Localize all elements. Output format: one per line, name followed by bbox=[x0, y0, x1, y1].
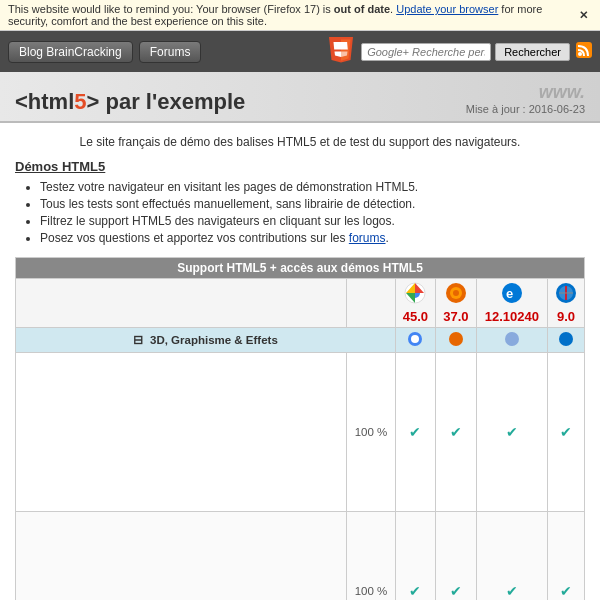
forums-button[interactable]: Forums bbox=[139, 41, 202, 63]
svg-marker-3 bbox=[341, 42, 348, 50]
chrome-browser-icon bbox=[402, 282, 430, 309]
support-table: Support HTML5 + accès aux démos HTML5 45… bbox=[15, 257, 585, 600]
safari-support-cell: ✔ bbox=[547, 353, 584, 512]
bullet-item: Posez vos questions et apportez vos cont… bbox=[40, 231, 585, 245]
www-badge: www. bbox=[466, 82, 585, 103]
table-row: 100 % ✔ ✔ ✔ ✔ bbox=[16, 512, 585, 601]
nav-bar: Blog BrainCracking Forums Rechercher bbox=[0, 31, 600, 72]
forums-link[interactable]: forums bbox=[349, 231, 386, 245]
feature-cell bbox=[16, 353, 347, 512]
edge-support-cell: ✔ bbox=[476, 512, 547, 601]
notif-text: This website would like to remind you: Y… bbox=[8, 3, 575, 27]
rss-icon[interactable] bbox=[576, 42, 592, 62]
percent-cell: 100 % bbox=[347, 353, 395, 512]
firefox-version: 37.0 bbox=[442, 309, 470, 324]
html5-logo-icon bbox=[327, 35, 355, 68]
firefox-support-cell: ✔ bbox=[436, 353, 477, 512]
search-button[interactable]: Rechercher bbox=[495, 43, 570, 61]
update-info: Mise à jour : 2016-06-23 bbox=[466, 103, 585, 115]
chrome-support-cell: ✔ bbox=[395, 353, 436, 512]
section-safari-cell bbox=[547, 328, 584, 353]
col-header-safari: 9.0 bbox=[547, 279, 584, 328]
col-header-edge: e 12.10240 bbox=[476, 279, 547, 328]
edge-browser-icon: e bbox=[483, 282, 541, 309]
svg-point-23 bbox=[559, 332, 573, 346]
col-header-chrome: 45.0 bbox=[395, 279, 436, 328]
check-icon: ✔ bbox=[409, 583, 421, 599]
search-area: Rechercher bbox=[361, 43, 570, 61]
svg-point-12 bbox=[453, 290, 459, 296]
svg-text:e: e bbox=[506, 286, 513, 301]
page-header: <html5> par l'exemple www. Mise à jour :… bbox=[0, 72, 600, 123]
bullet-item: Tous les tests sont effectués manuelleme… bbox=[40, 197, 585, 211]
safari-browser-icon bbox=[554, 282, 578, 309]
check-icon: ✔ bbox=[409, 424, 421, 440]
percent-cell: 100 % bbox=[347, 512, 395, 601]
chrome-support-cell: ✔ bbox=[395, 512, 436, 601]
svg-point-7 bbox=[578, 52, 582, 56]
bullet-item: Filtrez le support HTML5 des navigateurs… bbox=[40, 214, 585, 228]
demos-heading: Démos HTML5 bbox=[15, 159, 585, 174]
svg-marker-2 bbox=[334, 42, 342, 50]
check-icon: ✔ bbox=[560, 424, 572, 440]
chrome-version: 45.0 bbox=[402, 309, 430, 324]
check-icon: ✔ bbox=[560, 583, 572, 599]
site-description: Le site français de démo des balises HTM… bbox=[15, 135, 585, 149]
update-browser-link[interactable]: Update your browser bbox=[396, 3, 498, 15]
section-label: ⊟ 3D, Graphisme & Effets bbox=[16, 328, 396, 353]
check-icon: ✔ bbox=[450, 583, 462, 599]
col-header-pct bbox=[347, 279, 395, 328]
search-input[interactable] bbox=[361, 43, 491, 61]
section-header-row: ⊟ 3D, Graphisme & Effets bbox=[16, 328, 585, 353]
section-toggle-icon[interactable]: ⊟ bbox=[133, 334, 143, 346]
table-row: 100 % ✔ ✔ ✔ ✔ bbox=[16, 353, 585, 512]
col-header-firefox: 37.0 bbox=[436, 279, 477, 328]
main-content: Le site français de démo des balises HTM… bbox=[0, 123, 600, 600]
blog-button[interactable]: Blog BrainCracking bbox=[8, 41, 133, 63]
feature-link[interactable] bbox=[31, 496, 331, 508]
svg-point-20 bbox=[411, 335, 419, 343]
check-icon: ✔ bbox=[506, 424, 518, 440]
safari-support-cell: ✔ bbox=[547, 512, 584, 601]
table-body: ⊟ 3D, Graphisme & Effets 100 % ✔ ✔ ✔ ✔ bbox=[16, 328, 585, 601]
col-header-feature bbox=[16, 279, 347, 328]
page-title: <html5> par l'exemple bbox=[15, 89, 245, 115]
section-firefox-cell bbox=[436, 328, 477, 353]
feature-cell bbox=[16, 512, 347, 601]
bullet-list: Testez votre navigateur en visitant les … bbox=[40, 180, 585, 245]
edge-support-cell: ✔ bbox=[476, 353, 547, 512]
check-icon: ✔ bbox=[506, 583, 518, 599]
edge-version: 12.10240 bbox=[483, 309, 541, 324]
section-edge-cell bbox=[476, 328, 547, 353]
svg-point-21 bbox=[449, 332, 463, 346]
check-icon: ✔ bbox=[450, 424, 462, 440]
bullet-item: Testez votre navigateur en visitant les … bbox=[40, 180, 585, 194]
close-notif-btn[interactable]: ✕ bbox=[575, 9, 592, 22]
firefox-support-cell: ✔ bbox=[436, 512, 477, 601]
section-chrome-cell bbox=[395, 328, 436, 353]
firefox-browser-icon bbox=[442, 282, 470, 309]
svg-point-22 bbox=[505, 332, 519, 346]
table-header: Support HTML5 + accès aux démos HTML5 bbox=[16, 258, 585, 279]
notification-bar: This website would like to remind you: Y… bbox=[0, 0, 600, 31]
safari-version: 9.0 bbox=[554, 309, 578, 324]
